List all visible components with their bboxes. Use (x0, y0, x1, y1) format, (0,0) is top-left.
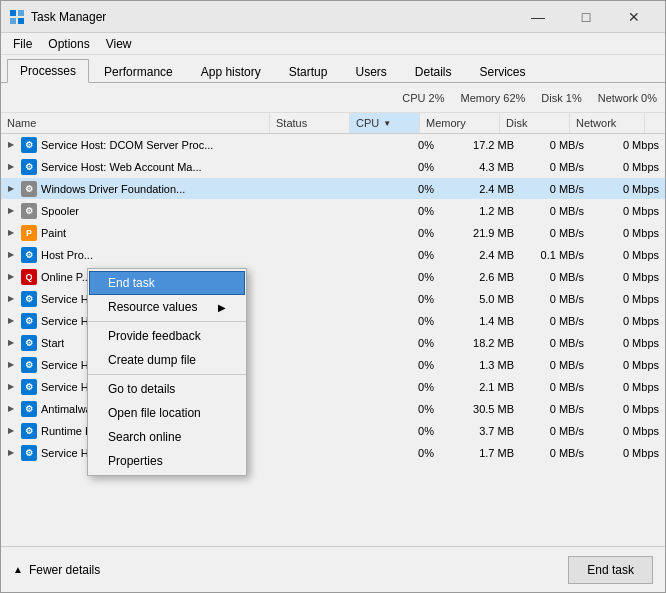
process-icon: ⚙ (21, 181, 37, 197)
expand-icon[interactable]: ▶ (5, 359, 17, 371)
expand-icon[interactable]: ▶ (5, 381, 17, 393)
process-disk: 0 MB/s (520, 401, 590, 417)
process-network: 0 Mbps (590, 379, 665, 395)
expand-icon[interactable]: ▶ (5, 227, 17, 239)
process-memory: 1.4 MB (440, 313, 520, 329)
process-icon: P (21, 225, 37, 241)
expand-icon[interactable]: ▶ (5, 161, 17, 173)
title-bar: Task Manager — □ ✕ (1, 1, 665, 33)
context-menu-item-label: Properties (108, 454, 163, 468)
process-icon: ⚙ (21, 445, 37, 461)
process-memory: 2.4 MB (440, 247, 520, 263)
process-disk: 0 MB/s (520, 357, 590, 373)
expand-icon[interactable]: ▶ (5, 315, 17, 327)
expand-icon[interactable]: ▶ (5, 403, 17, 415)
process-name: Online P... (41, 271, 91, 283)
process-cpu: 0% (370, 225, 440, 241)
network-label: Network (598, 92, 641, 104)
app-icon (9, 9, 25, 25)
expand-icon[interactable]: ▶ (5, 337, 17, 349)
svg-rect-3 (18, 18, 24, 24)
col-name[interactable]: Name (1, 113, 270, 133)
context-menu-item-label: Resource values (108, 300, 197, 314)
context-menu-item-label: Search online (108, 430, 181, 444)
process-icon: ⚙ (21, 291, 37, 307)
tab-app-history[interactable]: App history (188, 60, 274, 83)
disk-value: 1% (566, 92, 582, 104)
context-menu-item-end-task[interactable]: End task (89, 271, 245, 295)
memory-value: 62% (503, 92, 525, 104)
tab-services[interactable]: Services (467, 60, 539, 83)
expand-icon[interactable]: ▶ (5, 205, 17, 217)
expand-icon[interactable]: ▶ (5, 447, 17, 459)
close-button[interactable]: ✕ (611, 4, 657, 30)
svg-rect-0 (10, 10, 16, 16)
expand-icon[interactable]: ▶ (5, 249, 17, 261)
table-header: Name Status CPU▼ Memory Disk Network (1, 113, 665, 134)
context-menu-item-create-dump-file[interactable]: Create dump file (88, 348, 246, 372)
table-row[interactable]: ▶ P Paint 0%21.9 MB0 MB/s0 Mbps (1, 222, 665, 244)
process-memory: 21.9 MB (440, 225, 520, 241)
context-menu-item-properties[interactable]: Properties (88, 449, 246, 473)
context-menu-item-label: End task (108, 276, 155, 290)
context-menu-separator (88, 374, 246, 375)
table-row[interactable]: ▶ ⚙ Spooler 0%1.2 MB0 MB/s0 Mbps (1, 200, 665, 222)
process-memory: 1.3 MB (440, 357, 520, 373)
process-status (290, 363, 370, 367)
menu-file[interactable]: File (5, 35, 40, 53)
expand-icon[interactable]: ▶ (5, 293, 17, 305)
context-menu-item-open-file-location[interactable]: Open file location (88, 401, 246, 425)
table-row[interactable]: ▶ ⚙ Service Host: DCOM Server Proc... 0%… (1, 134, 665, 156)
process-cpu: 0% (370, 379, 440, 395)
tab-users[interactable]: Users (342, 60, 399, 83)
context-menu-item-go-to-details[interactable]: Go to details (88, 377, 246, 401)
process-network: 0 Mbps (590, 137, 665, 153)
content-area: Name Status CPU▼ Memory Disk Network ▶ (1, 113, 665, 546)
context-menu-item-search-online[interactable]: Search online (88, 425, 246, 449)
maximize-button[interactable]: □ (563, 4, 609, 30)
process-cpu: 0% (370, 247, 440, 263)
minimize-button[interactable]: — (515, 4, 561, 30)
col-network[interactable]: Network (570, 113, 645, 133)
tab-processes[interactable]: Processes (7, 59, 89, 83)
expand-icon[interactable]: ▶ (5, 183, 17, 195)
tab-startup[interactable]: Startup (276, 60, 341, 83)
table-row[interactable]: ▶ ⚙ Service Host: Web Account Ma... 0%4.… (1, 156, 665, 178)
process-cpu: 0% (370, 401, 440, 417)
process-cpu: 0% (370, 269, 440, 285)
expand-icon[interactable]: ▶ (5, 425, 17, 437)
process-memory: 4.3 MB (440, 159, 520, 175)
expand-icon[interactable]: ▶ (5, 271, 17, 283)
tab-performance[interactable]: Performance (91, 60, 186, 83)
process-status (290, 187, 370, 191)
col-memory[interactable]: Memory (420, 113, 500, 133)
menu-options[interactable]: Options (40, 35, 97, 53)
process-status (290, 451, 370, 455)
process-icon: ⚙ (21, 159, 37, 175)
process-status (290, 165, 370, 169)
process-memory: 3.7 MB (440, 423, 520, 439)
process-status (290, 407, 370, 411)
process-memory: 2.4 MB (440, 181, 520, 197)
expand-icon[interactable]: ▶ (5, 139, 17, 151)
process-disk: 0 MB/s (520, 225, 590, 241)
process-network: 0 Mbps (590, 181, 665, 197)
context-menu-item-resource-values[interactable]: Resource values▶ (88, 295, 246, 319)
process-disk: 0 MB/s (520, 445, 590, 461)
tab-details[interactable]: Details (402, 60, 465, 83)
process-memory: 2.1 MB (440, 379, 520, 395)
process-status (290, 429, 370, 433)
col-cpu[interactable]: CPU▼ (350, 113, 420, 133)
process-cpu: 0% (370, 159, 440, 175)
fewer-details-button[interactable]: ▲ Fewer details (13, 563, 100, 577)
context-menu-item-provide-feedback[interactable]: Provide feedback (88, 324, 246, 348)
submenu-arrow-icon: ▶ (218, 302, 226, 313)
table-row[interactable]: ▶ ⚙ Windows Driver Foundation... 0%2.4 M… (1, 178, 665, 200)
table-row[interactable]: ▶ ⚙ Host Pro... 0%2.4 MB0.1 MB/s0 Mbps (1, 244, 665, 266)
menu-view[interactable]: View (98, 35, 140, 53)
task-manager-window: Task Manager — □ ✕ File Options View Pro… (0, 0, 666, 593)
end-task-button[interactable]: End task (568, 556, 653, 584)
process-network: 0 Mbps (590, 401, 665, 417)
col-status[interactable]: Status (270, 113, 350, 133)
col-disk[interactable]: Disk (500, 113, 570, 133)
